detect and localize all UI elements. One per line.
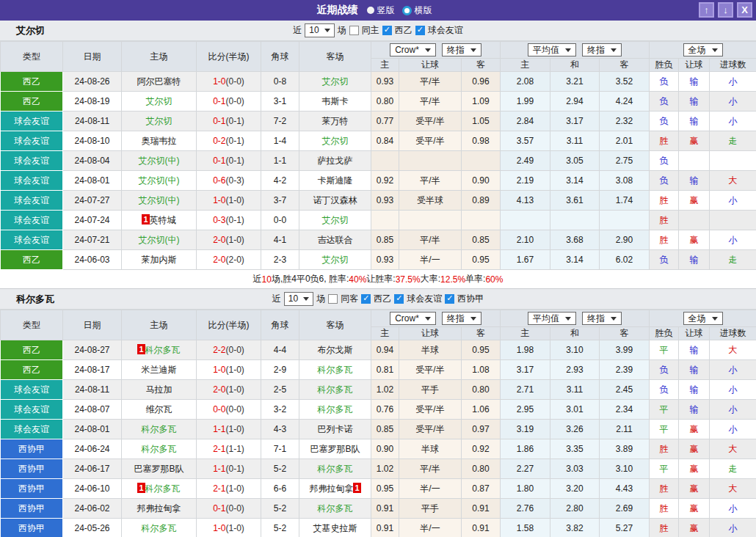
section-team-name: 科尔多瓦 [16,293,54,306]
result-handicap-flag: 赢 [679,439,710,459]
handicap-away-odds: 0.95 [462,340,501,360]
league-type-badge: 球会友谊 [1,191,63,211]
avg-home-odds: 2.71 [501,380,550,400]
final-odds-select-2[interactable]: 终指 [582,312,622,325]
same-venue-checkbox[interactable] [328,294,338,304]
home-team: 科尔多瓦 [122,519,197,537]
score-cell: 0-1(0-1) [197,112,261,131]
result-goals-flag: 小 [710,420,756,439]
games-count-select[interactable]: 10 [284,292,313,306]
fulltime-score: 1-0 [213,523,225,533]
result-handicap-flag: 输 [679,360,710,380]
crow-select[interactable]: Crow* [390,43,436,56]
final-odds-select[interactable]: 终指 [442,312,481,325]
handicap-line: 平/半 [399,459,462,479]
league-checkbox-label-1: 球会友谊 [407,293,442,305]
avg-away-odds: 2.34 [600,400,650,420]
final-odds-select-2-value: 终指 [587,313,605,324]
scroll-up-button[interactable]: ↑ [699,2,714,18]
avg-draw-odds: 3.10 [550,340,600,360]
match-date: 24-08-17 [63,360,122,380]
league-checkbox-1[interactable] [415,26,425,35]
match-date: 24-08-04 [63,151,122,171]
match-date: 24-08-01 [63,420,122,439]
fulltime-score: 2-2 [213,345,225,355]
final-odds-select[interactable]: 终指 [442,43,481,56]
away-team: 吉达联合 [299,230,371,250]
away-team: 艾尔切 [299,131,371,151]
result-handicap-flag: 输 [679,112,710,131]
home-team: 维尔瓦 [122,400,197,420]
away-team-name: 艾基史拉斯 [313,523,357,533]
halftime-score: (1-0) [226,235,244,245]
full-match-select[interactable]: 全场 [683,43,723,56]
home-team-name: 艾尔切 [146,96,172,106]
filter-near-label: 近 [293,24,302,37]
score-cell: 0-1(0-1) [197,151,261,171]
corner-score: 4-3 [261,420,299,439]
crow-select[interactable]: Crow* [390,312,436,325]
home-team-name: 米兰迪斯 [142,365,177,375]
average-select[interactable]: 平均值 [528,43,576,56]
result-goals-flag: 大 [710,340,756,360]
handicap-line: 半球 [399,340,462,360]
scroll-down-button[interactable]: ↓ [718,2,733,18]
stat-value: 40% [349,274,366,285]
fulltime-score: 1-0 [213,365,225,375]
handicap-line: 受平/半 [399,131,462,151]
fulltime-score: 0-1 [213,116,225,126]
league-type-badge: 西协甲 [1,479,63,499]
final-odds-select-2[interactable]: 终指 [582,43,622,56]
away-team: 科尔多瓦 [299,360,371,380]
score-cell: 0-1(0-0) [197,499,261,519]
away-team: 艾尔切 [299,72,371,92]
score-cell: 2-0(1-0) [197,230,261,250]
home-team: 艾尔切(中) [122,230,197,250]
result-wdl-flag: 胜 [650,499,679,519]
handicap-home-odds: 0.77 [371,112,399,131]
away-team-name: 科尔多瓦 [318,404,353,414]
match-row: 球会友谊24-07-241英特城0-3(0-1)0-0艾尔切胜 [1,211,756,230]
chevron-down-icon [303,297,309,301]
corner-score: 2-9 [261,360,299,380]
avg-draw-odds: 3.35 [550,439,600,459]
away-team: 莱万特 [299,112,371,131]
result-wdl-flag: 胜 [650,519,679,537]
close-button[interactable]: X [737,2,752,18]
avg-draw-odds [550,211,600,230]
avg-away-odds: 3.99 [600,340,650,360]
sub-header-2-0: 胜负 [650,59,679,72]
radio-horizontal[interactable]: 横版 [402,4,432,17]
stat-value: 12.5% [440,274,465,285]
avg-draw-odds: 3.20 [550,479,600,499]
group-header-2: 全场 [650,310,756,327]
avg-home-odds: 1.80 [501,479,550,499]
full-match-select[interactable]: 全场 [683,312,723,325]
group-header-0: Crow*终指 [371,310,501,327]
away-team-name: 巴列卡诺 [318,424,353,434]
corner-score: 1-4 [261,131,299,151]
away-team-name: 艾尔切 [322,136,349,146]
handicap-line: 受平/半 [399,112,462,131]
avg-draw-odds: 3.21 [550,72,600,92]
corner-score: 3-1 [261,92,299,112]
games-count-select[interactable]: 10 [305,23,334,37]
result-goals-flag: 小 [710,400,756,420]
match-row: 西乙24-08-271科尔多瓦2-2(0-0)4-4布尔戈斯0.94半球0.95… [1,340,756,360]
league-checkbox-2[interactable] [445,294,454,304]
league-type-badge: 西乙 [1,360,63,380]
radio-vertical[interactable]: 竖版 [367,4,395,17]
halftime-score: (0-0) [226,404,244,414]
average-select[interactable]: 平均值 [528,312,576,325]
league-checkbox-0[interactable] [361,294,371,304]
league-checkbox-1[interactable] [394,294,404,304]
same-venue-checkbox[interactable] [349,26,359,35]
result-handicap-flag: 赢 [679,519,710,537]
league-checkbox-0[interactable] [382,26,392,35]
home-team: 阿尔巴塞特 [122,72,197,92]
handicap-away-odds: 0.91 [462,499,501,519]
avg-away-odds: 3.08 [600,171,650,191]
result-handicap-flag: 输 [679,340,710,360]
rank-badge: 1 [137,483,145,493]
result-wdl-flag: 平 [650,459,679,479]
